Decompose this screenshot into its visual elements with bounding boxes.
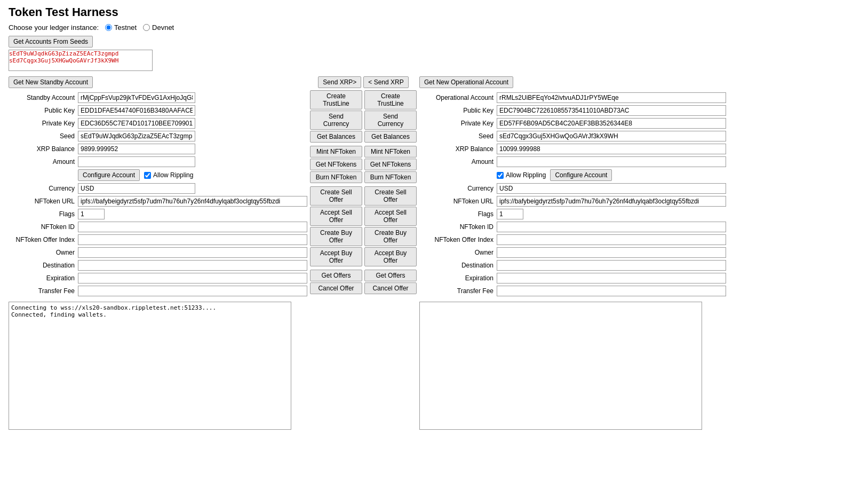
op-allow-rippling-checkbox[interactable]	[497, 172, 504, 179]
standby-owner-row: Owner	[9, 247, 307, 258]
op-flags-input[interactable]	[497, 209, 523, 219]
mint-nftoken-standby-button[interactable]: Mint NFToken	[310, 146, 362, 158]
testnet-radio[interactable]	[105, 24, 112, 31]
standby-nftoken-url-row: NFToken URL	[9, 196, 307, 207]
testnet-label: Testnet	[114, 23, 137, 32]
standby-privkey-label: Private Key	[9, 120, 78, 127]
op-nftoken-offer-input[interactable]	[497, 234, 726, 245]
standby-currency-label: Currency	[9, 185, 78, 192]
get-nftokens-standby-button[interactable]: Get NFTokens	[310, 159, 362, 170]
op-allow-rippling-label[interactable]: Allow Rippling	[497, 171, 546, 179]
standby-allow-rippling-label[interactable]: Allow Rippling	[144, 171, 193, 179]
standby-nftoken-offer-label: NFToken Offer Index	[9, 236, 78, 243]
mint-nftoken-op-button[interactable]: Mint NFToken	[364, 146, 417, 158]
standby-configure-row: Configure Account Allow Rippling	[9, 169, 307, 181]
op-nftoken-url-input[interactable]	[497, 196, 726, 207]
create-buy-offer-standby-button[interactable]: Create Buy Offer	[310, 227, 362, 246]
standby-privkey-input[interactable]	[78, 118, 195, 129]
get-new-standby-account-button[interactable]: Get New Standby Account	[9, 76, 93, 88]
op-xrp-input[interactable]	[497, 144, 726, 154]
create-sell-offer-op-button[interactable]: Create Sell Offer	[364, 186, 417, 206]
op-currency-input[interactable]	[497, 183, 726, 194]
standby-privkey-row: Private Key	[9, 118, 307, 129]
standby-allow-rippling-checkbox[interactable]	[144, 172, 151, 179]
get-balances-op-button[interactable]: Get Balances	[364, 131, 417, 143]
standby-amount-input[interactable]	[78, 156, 195, 167]
standby-transfer-fee-input[interactable]	[78, 286, 307, 296]
op-owner-label: Owner	[419, 249, 497, 256]
standby-xrp-label: XRP Balance	[9, 145, 78, 153]
send-xrp-back-button[interactable]: < Send XRP	[363, 76, 408, 88]
standby-destination-input[interactable]	[78, 260, 307, 271]
get-accounts-from-seeds-button[interactable]: Get Accounts From Seeds	[9, 36, 93, 48]
operational-output[interactable]	[419, 302, 702, 430]
standby-configure-button[interactable]: Configure Account	[78, 169, 140, 181]
op-owner-input[interactable]	[497, 247, 726, 258]
accept-sell-offer-standby-button[interactable]: Accept Sell Offer	[310, 207, 362, 226]
op-configure-button[interactable]: Configure Account	[550, 169, 612, 181]
op-amount-input[interactable]	[497, 156, 726, 167]
send-xrp-standby-button[interactable]: Send XRP>	[318, 76, 361, 88]
accept-buy-offer-op-button[interactable]: Accept Buy Offer	[364, 247, 417, 266]
create-sell-offer-standby-button[interactable]: Create Sell Offer	[310, 186, 362, 206]
standby-flags-row: Flags	[9, 209, 307, 219]
standby-currency-input[interactable]	[78, 183, 195, 194]
get-offers-op-button[interactable]: Get Offers	[364, 270, 417, 281]
standby-seed-input[interactable]	[78, 131, 195, 141]
op-amount-row: Amount	[419, 156, 859, 167]
standby-account-input[interactable]	[78, 92, 195, 103]
get-offers-standby-button[interactable]: Get Offers	[310, 270, 362, 281]
testnet-radio-label[interactable]: Testnet	[105, 23, 137, 32]
standby-nftoken-id-row: NFToken ID	[9, 222, 307, 232]
standby-output[interactable]	[9, 302, 291, 430]
standby-pubkey-input[interactable]	[78, 105, 195, 116]
standby-xrp-input[interactable]	[78, 144, 195, 154]
op-currency-label: Currency	[419, 185, 497, 192]
standby-expiration-input[interactable]	[78, 273, 307, 284]
standby-nftoken-offer-input[interactable]	[78, 234, 307, 245]
standby-nftoken-url-label: NFToken URL	[9, 198, 78, 205]
op-expiration-input[interactable]	[497, 273, 726, 284]
op-pubkey-input[interactable]	[497, 105, 726, 116]
burn-nftoken-standby-button[interactable]: Burn NFToken	[310, 171, 362, 183]
create-trustline-op-button[interactable]: Create TrustLine	[364, 90, 417, 109]
page-title: Token Test Harness	[9, 5, 859, 19]
get-new-operational-account-button[interactable]: Get New Operational Account	[419, 76, 513, 88]
create-buy-offer-row: Create Buy Offer Create Buy Offer	[310, 227, 417, 246]
burn-nftoken-row: Burn NFToken Burn NFToken	[310, 171, 417, 183]
center-panel: Send XRP> < Send XRP Create TrustLine Cr…	[307, 76, 419, 431]
devnet-radio-label[interactable]: Devnet	[143, 23, 174, 32]
standby-flags-input[interactable]	[78, 209, 105, 219]
standby-nftoken-offer-row: NFToken Offer Index	[9, 234, 307, 245]
create-buy-offer-op-button[interactable]: Create Buy Offer	[364, 227, 417, 246]
send-currency-standby-button[interactable]: Send Currency	[310, 111, 362, 130]
standby-nftoken-url-input[interactable]	[78, 196, 307, 207]
op-account-input[interactable]	[497, 92, 726, 103]
op-destination-input[interactable]	[497, 260, 726, 271]
op-destination-row: Destination	[419, 260, 859, 271]
accept-buy-offer-standby-button[interactable]: Accept Buy Offer	[310, 247, 362, 266]
standby-top-row: Get New Standby Account	[9, 76, 307, 88]
op-nftoken-id-input[interactable]	[497, 222, 726, 232]
op-transfer-fee-input[interactable]	[497, 286, 726, 296]
op-privkey-label: Private Key	[419, 120, 497, 127]
cancel-offer-standby-button[interactable]: Cancel Offer	[310, 282, 362, 294]
cancel-offer-op-button[interactable]: Cancel Offer	[364, 282, 417, 294]
standby-pubkey-row: Public Key	[9, 105, 307, 116]
send-currency-op-button[interactable]: Send Currency	[364, 111, 417, 130]
op-nftoken-url-row: NFToken URL	[419, 196, 859, 207]
standby-nftoken-id-input[interactable]	[78, 222, 307, 232]
op-amount-label: Amount	[419, 158, 497, 166]
accept-sell-offer-op-button[interactable]: Accept Sell Offer	[364, 207, 417, 226]
get-balances-standby-button[interactable]: Get Balances	[310, 131, 362, 143]
op-privkey-input[interactable]	[497, 118, 726, 129]
burn-nftoken-op-button[interactable]: Burn NFToken	[364, 171, 417, 183]
seeds-textarea[interactable]	[9, 50, 153, 71]
create-trustline-standby-button[interactable]: Create TrustLine	[310, 90, 362, 109]
seeds-section: Get Accounts From Seeds	[9, 36, 859, 71]
devnet-radio[interactable]	[143, 24, 150, 31]
standby-amount-label: Amount	[9, 158, 78, 166]
op-seed-input[interactable]	[497, 131, 726, 141]
get-nftokens-op-button[interactable]: Get NFTokens	[364, 159, 417, 170]
standby-owner-input[interactable]	[78, 247, 307, 258]
